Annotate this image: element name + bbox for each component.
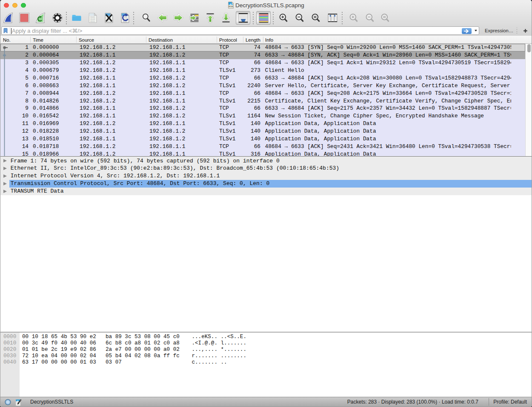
svg-text:0111: 0111 <box>90 20 95 23</box>
svg-text:010: 010 <box>229 5 233 8</box>
